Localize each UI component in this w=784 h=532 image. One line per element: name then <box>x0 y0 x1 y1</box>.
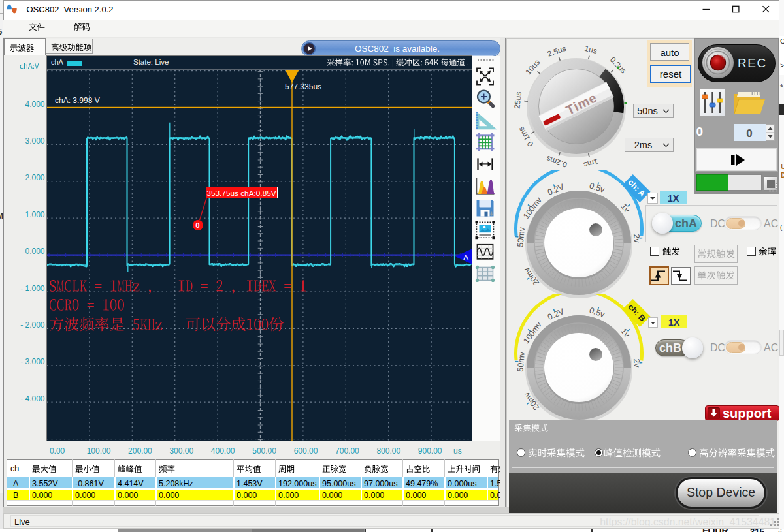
svg-text:2v: 2v <box>632 358 642 368</box>
svg-text:10us: 10us <box>523 57 542 76</box>
svg-text:0.2ms: 0.2ms <box>545 154 568 170</box>
svg-text:2.5us: 2.5us <box>546 44 567 59</box>
svg-text:1ms: 1ms <box>583 157 599 169</box>
svg-text:2v: 2v <box>632 234 642 243</box>
svg-text:50mv: 50mv <box>515 227 527 248</box>
svg-text:50mv: 50mv <box>515 351 527 373</box>
svg-text:25us: 25us <box>512 91 523 109</box>
svg-text:1us: 1us <box>583 44 598 55</box>
svg-text:A: A <box>463 253 468 261</box>
